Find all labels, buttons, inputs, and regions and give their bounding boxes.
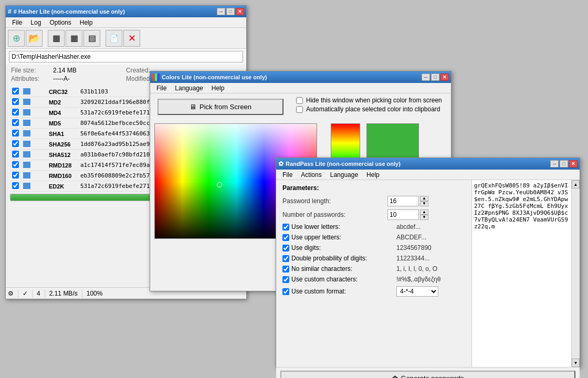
custom-format-row: Use custom format: 4-*-4 [282, 286, 465, 297]
randpass-menu-help[interactable]: Help [362, 170, 384, 180]
generate-passwords-button[interactable]: ✿ Generate passwords [280, 371, 575, 378]
randpass-menu-language[interactable]: Language [326, 170, 362, 180]
colors-menu-help[interactable]: Help [207, 83, 229, 93]
hash-checkbox-cell[interactable] [10, 97, 21, 108]
randpass-content: Parameters: Password length: ▲ ▼ Number … [276, 180, 580, 367]
colors-minimize-button[interactable]: ─ [422, 74, 430, 81]
lower-letters-value: abcdef... [396, 223, 421, 230]
num-passwords-label: Number of passwords: [282, 211, 387, 218]
crosshair [217, 182, 222, 187]
auto-clipboard-label: Automatically place selected color into … [306, 106, 440, 113]
filesize-label: File size: [11, 67, 53, 74]
auto-clipboard-option-row: Automatically place selected color into … [296, 106, 442, 113]
hash-checkbox-cell[interactable] [10, 171, 21, 181]
custom-format-label: Use custom format: [291, 288, 396, 295]
hash-name: SHA256 [47, 139, 78, 150]
pick-from-screen-label: Pick from Screen [200, 103, 251, 111]
auto-clipboard-checkbox[interactable] [296, 106, 303, 113]
randpass-scrollbar: ▲ ▼ [571, 180, 580, 367]
password-length-input[interactable] [387, 196, 419, 206]
hasher-title-bar[interactable]: # # Hasher Lite (non-commercial use only… [6, 6, 246, 17]
clear-button[interactable]: ✕ [123, 30, 140, 47]
hasher-path-bar [6, 49, 246, 65]
hasher-path-input[interactable] [9, 51, 243, 62]
hash-checkbox-cell[interactable] [10, 129, 21, 139]
hash-checkbox-cell[interactable] [10, 139, 21, 150]
scroll-up-button[interactable]: ▲ [572, 180, 580, 188]
hide-window-checkbox[interactable] [296, 97, 303, 104]
hash-checkbox-cell[interactable] [10, 87, 21, 97]
status-divider1 [18, 290, 18, 297]
digits-checkbox[interactable] [282, 245, 289, 251]
randpass-title-buttons: ─ □ ✕ [550, 160, 578, 167]
hash-checkbox-cell[interactable] [10, 118, 21, 129]
custom-chars-value: !#%$,.αβγδεζηθ [396, 276, 440, 283]
status-count: 4 [37, 290, 40, 297]
randpass-title-text: RandPass Lite (non-commercial use only) [286, 161, 550, 167]
hash-checkbox-cell[interactable] [10, 108, 21, 118]
monitor-icon: 🖥 [190, 103, 196, 111]
view3-button[interactable]: ▤ [83, 30, 100, 47]
view2-button[interactable]: ▦ [66, 30, 82, 47]
custom-chars-row: Use custom characters: !#%$,.αβγδεζηθ [282, 276, 465, 283]
randpass-minimize-button[interactable]: ─ [550, 160, 559, 167]
hasher-close-button[interactable]: ✕ [236, 8, 244, 15]
new-button[interactable]: ⊕ [8, 30, 25, 47]
open-button[interactable]: 📂 [26, 30, 43, 47]
num-passwords-down[interactable]: ▼ [420, 215, 428, 220]
password-length-up[interactable]: ▲ [420, 196, 428, 201]
password-length-spinner: ▲ ▼ [420, 196, 428, 206]
colors-menu-language[interactable]: Language [171, 83, 207, 93]
randpass-title-bar[interactable]: ✿ RandPass Lite (non-commercial use only… [276, 158, 580, 170]
hash-name: MD2 [47, 97, 78, 108]
custom-format-select[interactable]: 4-*-4 [396, 286, 438, 297]
hash-checkbox-cell[interactable] [10, 160, 21, 171]
hash-checkbox-cell[interactable] [10, 181, 21, 192]
hash-color-cell [21, 97, 47, 108]
pick-from-screen-button[interactable]: 🖥 Pick from Screen [158, 99, 284, 115]
hash-checkbox-cell[interactable] [10, 150, 21, 160]
upper-letters-checkbox[interactable] [282, 234, 289, 241]
hash-name: MD4 [47, 108, 78, 118]
hash-name: RMD160 [47, 171, 78, 181]
password-length-down[interactable]: ▼ [420, 201, 428, 206]
colors-menu-file[interactable]: File [152, 83, 171, 93]
upper-letters-row: Use upper letters: ABCDEF... [282, 234, 465, 241]
double-prob-checkbox[interactable] [282, 255, 289, 262]
randpass-close-button[interactable]: ✕ [569, 160, 578, 167]
colors-maximize-button[interactable]: □ [431, 74, 439, 81]
hasher-menu-help[interactable]: Help [76, 18, 97, 27]
status-percent: 100% [87, 290, 103, 297]
hasher-minimize-button[interactable]: ─ [217, 8, 225, 15]
hasher-menu-options[interactable]: Options [45, 18, 75, 27]
hasher-menu-file[interactable]: File [8, 18, 26, 27]
view1-button[interactable]: ▦ [48, 30, 65, 47]
hash-color-cell [21, 150, 47, 160]
custom-chars-checkbox[interactable] [282, 276, 289, 283]
hash-name: SHA512 [47, 150, 78, 160]
colors-title-bar[interactable]: Colors Lite (non-commercial use only) ─ … [150, 71, 451, 83]
num-passwords-spinner: ▲ ▼ [420, 209, 428, 220]
scroll-track [572, 188, 580, 359]
randpass-menu-file[interactable]: File [278, 170, 297, 180]
randpass-menu-actions[interactable]: Actions [297, 170, 326, 180]
num-passwords-up[interactable]: ▲ [420, 209, 428, 215]
randpass-menu-bar: File Actions Language Help [276, 170, 580, 180]
scroll-down-button[interactable]: ▼ [572, 359, 580, 367]
hasher-menu-log[interactable]: Log [26, 18, 45, 27]
custom-format-checkbox[interactable] [282, 288, 289, 295]
lower-letters-checkbox[interactable] [282, 224, 289, 230]
no-similar-checkbox[interactable] [282, 266, 289, 272]
hasher-title-icon: # [8, 8, 12, 15]
hash-name: CRC32 [47, 87, 78, 97]
randpass-output[interactable]: grQExhFQsW805!89 a2yIβ$enVIfrGpWα Pzcw.Y… [471, 180, 571, 367]
randpass-params: Parameters: Password length: ▲ ▼ Number … [276, 180, 471, 367]
hasher-maximize-button[interactable]: □ [226, 8, 235, 15]
colors-close-button[interactable]: ✕ [440, 74, 449, 81]
randpass-window: ✿ RandPass Lite (non-commercial use only… [276, 158, 580, 368]
export-button[interactable]: 📄 [106, 30, 122, 47]
colors-title-icon [152, 74, 160, 81]
randpass-maximize-button[interactable]: □ [560, 160, 568, 167]
num-passwords-input[interactable] [387, 209, 419, 220]
custom-chars-label: Use custom characters: [291, 276, 396, 283]
